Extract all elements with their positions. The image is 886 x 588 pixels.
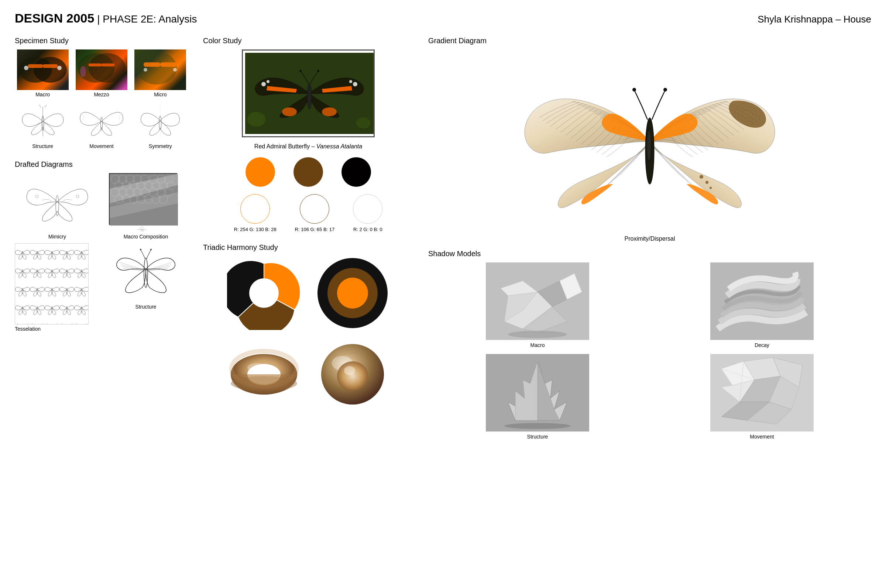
torus-1-wrap (227, 341, 301, 408)
color-swatches-outline: R: 254 G: 130 B: 28 R: 106 G: 65 B: 17 R… (203, 194, 414, 232)
color-black-wrap (342, 157, 371, 187)
svg-line-71 (148, 262, 172, 270)
drafted-structure: Structure (103, 243, 188, 332)
shadow-macro-svg (486, 262, 589, 340)
svg-point-12 (80, 66, 86, 77)
svg-line-20 (45, 105, 46, 107)
micro-label: Micro (154, 92, 166, 98)
specimen-label: Specimen Study (15, 36, 188, 45)
svg-point-82 (349, 80, 352, 83)
svg-rect-61 (141, 227, 144, 230)
specimen-photos: Macro Me (15, 50, 188, 98)
svg-point-64 (140, 229, 140, 229)
svg-point-110 (647, 130, 651, 160)
butterfly-caption: Red Admiral Butterfly – Vanessa Atalanta (203, 143, 414, 150)
shadow-structure-svg (486, 354, 589, 432)
shadow-macro-photo (486, 262, 589, 340)
shadow-grid: Macro (428, 262, 871, 440)
butterfly-image-frame (242, 50, 375, 137)
svg-point-27 (76, 195, 79, 198)
shadow-decay-label: Decay (754, 342, 769, 348)
sketch-movement-svg (79, 103, 124, 140)
color-value-black: R: 2 G: 0 B: 0 (353, 226, 382, 232)
svg-rect-3 (28, 64, 43, 68)
sketch-movement-label: Movement (89, 143, 113, 149)
color-outline-brown (300, 194, 329, 224)
shadow-movement-photo (710, 354, 814, 432)
svg-point-131 (504, 423, 571, 429)
chart-2-wrap (316, 256, 390, 330)
macro-comp-box (109, 173, 183, 232)
specimen-macro-wrap: Macro (15, 50, 70, 98)
svg-point-123 (508, 331, 567, 338)
sketch-symmetry-box (136, 101, 184, 142)
shadow-decay-svg (710, 262, 814, 340)
gradient-butterfly-svg (520, 51, 779, 232)
torus-2-svg (316, 341, 390, 408)
svg-point-85 (307, 83, 312, 109)
color-outline-white-wrap: R: 2 G: 0 B: 0 (353, 194, 382, 232)
triadic-label: Triadic Harmony Study (203, 243, 414, 252)
svg-rect-10 (102, 63, 114, 66)
svg-point-22 (100, 117, 102, 130)
structure-box (109, 243, 183, 302)
header: DESIGN 2005 | PHASE 2E: Analysis Shyla K… (15, 11, 871, 26)
svg-point-17 (173, 68, 177, 72)
mezzo-label: Mezzo (94, 92, 109, 98)
svg-rect-15 (160, 62, 177, 67)
color-value-orange: R: 254 G: 130 B: 28 (234, 226, 276, 232)
drafted-mimicry: Mimicry (15, 173, 100, 240)
svg-rect-9 (88, 63, 102, 66)
svg-point-102 (337, 362, 368, 391)
mimicry-svg (24, 174, 90, 231)
specimen-micro-wrap: Micro (132, 50, 188, 98)
shadow-decay-photo (710, 262, 814, 340)
butterfly-color-svg (245, 53, 373, 134)
sketch-symmetry-label: Symmetry (149, 143, 172, 149)
svg-point-77 (150, 249, 152, 250)
svg-point-112 (663, 88, 667, 92)
svg-point-114 (706, 181, 708, 184)
shadow-structure-item: Structure (428, 354, 647, 440)
torus-1-svg (227, 341, 301, 408)
svg-point-94 (346, 286, 359, 300)
shadow-section-label: Shadow Models (428, 249, 871, 258)
svg-rect-66 (15, 244, 88, 324)
column-1: Specimen Study (15, 36, 188, 573)
main-layout: Specimen Study (15, 36, 871, 573)
svg-point-2 (34, 57, 67, 82)
svg-point-88 (247, 112, 265, 127)
gradient-section: Gradient Diagram (428, 36, 871, 242)
svg-point-90 (249, 278, 279, 308)
color-study-section: Color Study (203, 36, 414, 232)
tesselation-box (15, 243, 88, 324)
shadow-macro-item: Macro (428, 262, 647, 348)
svg-point-79 (261, 82, 266, 86)
svg-point-83 (282, 107, 297, 116)
gradient-diagram-label: Proximity/Dispersal (428, 236, 871, 242)
shadow-movement-item: Movement (653, 354, 871, 440)
svg-point-89 (356, 117, 371, 129)
triadic-section: Triadic Harmony Study (203, 243, 414, 408)
mimicry-box (20, 173, 94, 232)
svg-line-19 (39, 105, 41, 107)
svg-point-63 (139, 229, 139, 230)
svg-point-5 (24, 66, 28, 70)
color-value-brown: R: 106 G: 65 B: 17 (295, 226, 335, 232)
sketch-movement-box (78, 101, 126, 142)
shadow-decay-item: Decay (653, 262, 871, 348)
shadow-movement-svg (710, 354, 814, 432)
gradient-label: Gradient Diagram (428, 36, 871, 45)
svg-point-86 (299, 70, 301, 72)
sketch-structure-svg (21, 103, 65, 140)
color-orange-wrap (246, 157, 275, 187)
drafted-tesselation: Tesselation (15, 243, 100, 332)
structure-svg (112, 236, 179, 310)
shadow-structure-label: Structure (527, 434, 548, 440)
macro-comp-photo-svg (109, 174, 178, 225)
sketch-movement-wrap: Movement (73, 101, 129, 149)
shadow-section: Shadow Models (428, 249, 871, 440)
specimen-mezzo-photo (76, 50, 127, 90)
svg-point-87 (317, 70, 319, 72)
color-study-label: Color Study (203, 36, 414, 45)
